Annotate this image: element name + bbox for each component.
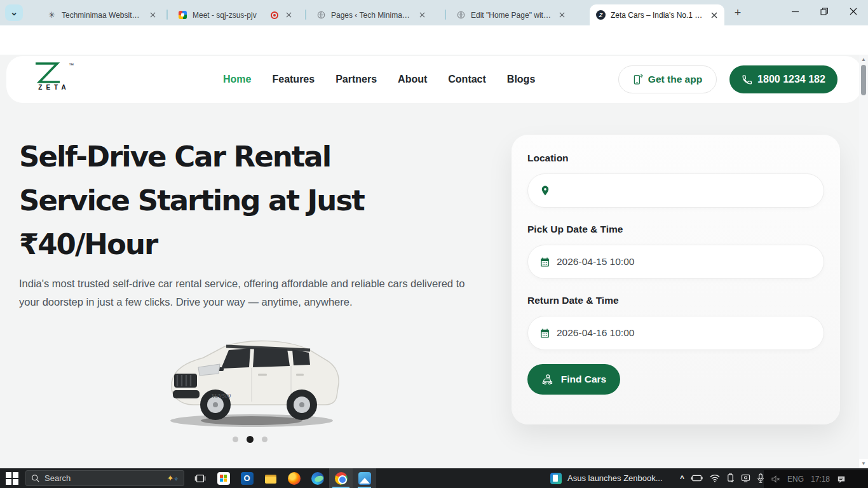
return-value: 2026-04-16 10:00 xyxy=(557,327,634,339)
scrollbar-thumb[interactable] xyxy=(861,65,866,95)
new-tab-button[interactable]: + xyxy=(729,5,746,22)
main-nav: Home Features Partners About Contact Blo… xyxy=(223,74,535,85)
tab-separator xyxy=(166,10,168,20)
news-icon xyxy=(550,473,562,484)
photos-button-active[interactable] xyxy=(353,468,376,488)
zeta-favicon: Z xyxy=(596,10,606,20)
firefox-button[interactable] xyxy=(282,468,306,488)
page-scrollbar[interactable]: ▲ ▼ xyxy=(859,55,868,468)
tab-techminimaa[interactable]: ✳ Techminimaa Website Guide xyxy=(41,4,163,25)
usb-icon[interactable] xyxy=(726,473,735,483)
nav-partners[interactable]: Partners xyxy=(336,74,377,85)
location-input[interactable] xyxy=(527,173,824,208)
get-app-label: Get the app xyxy=(648,74,702,85)
close-window-button[interactable] xyxy=(839,0,868,23)
carousel-dots xyxy=(233,436,268,443)
minimize-button[interactable] xyxy=(780,0,810,23)
tab-separator xyxy=(445,10,446,20)
phone-number: 1800 1234 182 xyxy=(757,74,825,85)
globe-icon xyxy=(316,10,326,20)
tab-close-icon[interactable] xyxy=(557,10,567,20)
tab-close-icon[interactable] xyxy=(709,10,719,20)
openai-icon: ✳ xyxy=(47,10,57,20)
page-viewport: ZETA ™ Home Features Partners About Cont… xyxy=(0,55,868,468)
booking-form-card: Location Pick Up Date & Time 2026-04-15 … xyxy=(512,135,840,424)
find-cars-label: Find Cars xyxy=(561,374,606,385)
wifi-icon[interactable] xyxy=(710,474,720,482)
search-placeholder: Search xyxy=(44,473,162,483)
get-the-app-button[interactable]: Get the app xyxy=(618,65,717,93)
restore-button[interactable] xyxy=(810,0,839,23)
svg-text:XUV500: XUV500 xyxy=(210,393,231,399)
browser-tab-strip: ⌄ ✳ Techminimaa Website Guide Meet - sqj… xyxy=(0,0,868,25)
tab-close-icon[interactable] xyxy=(147,10,158,20)
trademark-symbol: ™ xyxy=(69,62,74,68)
tab-close-icon[interactable] xyxy=(283,10,294,20)
window-controls xyxy=(780,0,868,23)
microsoft-store-button[interactable] xyxy=(212,468,235,488)
tab-title: Meet - sqj-zsus-pjv xyxy=(193,11,266,20)
edge-button[interactable] xyxy=(306,468,329,488)
carousel-dot-2-active[interactable] xyxy=(247,436,254,443)
carousel-dot-1[interactable] xyxy=(233,437,238,442)
recording-indicator-icon xyxy=(271,11,278,19)
pickup-datetime-input[interactable]: 2026-04-15 10:00 xyxy=(527,245,824,279)
return-label: Return Date & Time xyxy=(527,295,824,306)
nav-features[interactable]: Features xyxy=(272,74,315,85)
taskbar-search-box[interactable]: Search ✦✧ xyxy=(25,470,184,486)
tab-search-chevron-icon[interactable]: ⌄ xyxy=(5,4,23,21)
screen: ⌄ ✳ Techminimaa Website Guide Meet - sqj… xyxy=(0,0,868,488)
scroll-up-icon[interactable]: ▲ xyxy=(859,55,868,64)
tab-meet[interactable]: Meet - sqj-zsus-pjv xyxy=(172,4,299,25)
tab-zeta-cars-active[interactable]: Z Zeta Cars – India's No.1 Self xyxy=(590,4,724,25)
file-explorer-button[interactable] xyxy=(259,468,282,488)
screen-recorder-icon[interactable] xyxy=(741,474,750,482)
tab-pages-techminimaa[interactable]: Pages ‹ Tech Minimaa — Wo xyxy=(310,4,432,25)
location-label: Location xyxy=(527,152,824,164)
globe-icon xyxy=(456,10,466,20)
carousel-dot-3[interactable] xyxy=(262,437,268,442)
scroll-down-icon[interactable]: ▼ xyxy=(859,459,868,468)
action-center-icon[interactable] xyxy=(837,475,846,484)
outlook-button[interactable]: O xyxy=(235,468,259,488)
nav-about[interactable]: About xyxy=(398,74,427,85)
car-search-icon xyxy=(541,374,555,385)
tab-title: Techminimaa Website Guide xyxy=(62,11,142,20)
pickup-label: Pick Up Date & Time xyxy=(527,224,824,235)
muted-speaker-icon[interactable] xyxy=(771,475,780,483)
tab-title: Pages ‹ Tech Minimaa — Wo xyxy=(331,11,412,20)
windows-taskbar: Search ✦✧ O Asus launches Zenbook... xyxy=(0,468,868,488)
google-meet-icon xyxy=(178,10,187,20)
clock[interactable]: 17:18 xyxy=(811,475,830,484)
nav-home[interactable]: Home xyxy=(223,74,251,85)
battery-icon[interactable] xyxy=(691,474,703,482)
hero-car-image: XUV500 xyxy=(156,320,348,431)
hero-title: Self-Drive Car Rental Service Starting a… xyxy=(19,135,438,266)
phone-number-button[interactable]: 1800 1234 182 xyxy=(729,65,837,93)
tab-edit-home-page[interactable]: Edit "Home Page" with Elem xyxy=(450,4,572,25)
task-view-button[interactable] xyxy=(188,468,212,488)
copilot-sparkle-icon: ✦✧ xyxy=(167,473,179,483)
news-widget[interactable]: Asus launches Zenbook... xyxy=(550,468,663,488)
tab-title: Edit "Home Page" with Elem xyxy=(471,11,552,20)
tab-separator xyxy=(305,10,306,20)
return-datetime-input[interactable]: 2026-04-16 10:00 xyxy=(527,316,824,350)
hero-subtitle: India's most trusted self-drive car rent… xyxy=(19,274,479,311)
chrome-button-active[interactable] xyxy=(329,468,353,488)
system-tray: ^ xyxy=(680,468,764,488)
tray-hidden-icons-chevron[interactable]: ^ xyxy=(680,474,684,483)
site-header: ZETA ™ Home Features Partners About Cont… xyxy=(6,56,862,103)
nav-contact[interactable]: Contact xyxy=(448,74,486,85)
find-cars-button[interactable]: Find Cars xyxy=(527,364,620,395)
browser-toolbar: zetacars.in ⋮ xyxy=(0,25,868,55)
location-pin-icon xyxy=(539,185,551,196)
smartphone-icon xyxy=(633,74,643,85)
news-headline: Asus launches Zenbook... xyxy=(567,473,663,483)
phone-icon xyxy=(742,74,752,85)
language-indicator[interactable]: ENG xyxy=(787,475,804,484)
zeta-logo[interactable]: ZETA ™ xyxy=(31,61,75,91)
search-icon xyxy=(31,474,39,482)
nav-blogs[interactable]: Blogs xyxy=(507,74,535,85)
tab-close-icon[interactable] xyxy=(417,10,427,20)
start-button[interactable] xyxy=(6,472,18,485)
